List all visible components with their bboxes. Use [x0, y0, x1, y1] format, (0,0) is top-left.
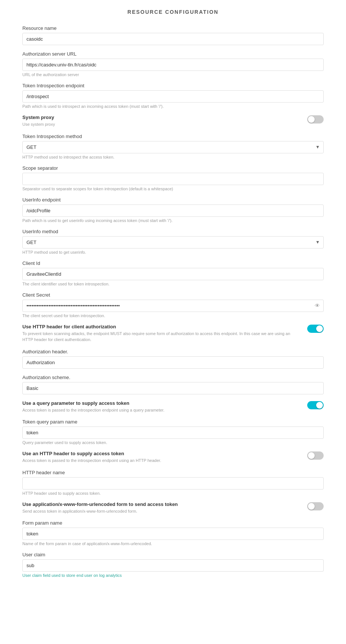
- token-query-param-label: Token query param name: [22, 419, 324, 425]
- form-param-name-group: Form param name Name of the form param i…: [22, 520, 324, 546]
- auth-scheme-input[interactable]: [22, 382, 324, 394]
- client-id-label: Client Id: [22, 260, 324, 266]
- use-http-header-supply-slider: [307, 451, 324, 460]
- eye-icon[interactable]: 👁: [315, 303, 320, 309]
- userinfo-endpoint-group: UserInfo endpoint Path which is used to …: [22, 197, 324, 223]
- userinfo-endpoint-label: UserInfo endpoint: [22, 197, 324, 203]
- client-secret-wrapper: 👁: [22, 300, 324, 312]
- use-query-param-slider: [307, 401, 324, 409]
- token-query-param-group: Token query param name Query parameter u…: [22, 419, 324, 445]
- use-form-urlencoded-slider: [307, 502, 324, 510]
- form-param-name-label: Form param name: [22, 520, 324, 526]
- user-claim-input[interactable]: [22, 559, 324, 572]
- http-header-name-input[interactable]: [22, 477, 324, 490]
- use-http-header-supply-content: Use an HTTP header to supply access toke…: [22, 451, 307, 464]
- use-query-param-label: Use a query parameter to supply access t…: [22, 400, 301, 406]
- user-claim-label: User claim: [22, 552, 324, 557]
- client-secret-input[interactable]: [22, 300, 324, 312]
- auth-header-input[interactable]: [22, 356, 324, 369]
- token-introspection-endpoint-group: Token Introspection endpoint Path which …: [22, 83, 324, 109]
- http-header-name-group: HTTP header name HTTP header used to sup…: [22, 470, 324, 495]
- userinfo-method-select[interactable]: GET POST PUT DELETE: [22, 236, 324, 248]
- use-query-param-description: Access token is passed to the introspect…: [22, 407, 301, 413]
- use-query-param-toggle[interactable]: [307, 401, 324, 409]
- system-proxy-label: System proxy: [22, 115, 301, 120]
- userinfo-endpoint-input[interactable]: [22, 204, 324, 217]
- userinfo-method-wrapper: GET POST PUT DELETE ▼: [22, 236, 324, 248]
- token-introspection-method-group: Token Introspection method GET POST PUT …: [22, 134, 324, 159]
- token-introspection-endpoint-hint: Path which is used to introspect an inco…: [22, 104, 324, 109]
- token-introspection-endpoint-label: Token Introspection endpoint: [22, 83, 324, 88]
- system-proxy-slider: [307, 115, 324, 124]
- token-introspection-endpoint-input[interactable]: [22, 90, 324, 103]
- system-proxy-description: Use system proxy: [22, 121, 301, 128]
- use-http-header-description: To prevent token scanning attacks, the e…: [22, 331, 301, 343]
- use-http-header-content: Use HTTP header for client authorization…: [22, 324, 307, 343]
- token-introspection-method-wrapper: GET POST PUT DELETE ▼: [22, 141, 324, 153]
- page-container: RESOURCE CONFIGURATION Resource name Aut…: [0, 0, 346, 644]
- use-query-param-content: Use a query parameter to supply access t…: [22, 400, 307, 413]
- auth-server-url-input[interactable]: [22, 59, 324, 71]
- token-introspection-method-select[interactable]: GET POST PUT DELETE: [22, 141, 324, 153]
- auth-header-label: Authorization header.: [22, 349, 324, 354]
- use-form-urlencoded-toggle[interactable]: [307, 502, 324, 510]
- userinfo-method-group: UserInfo method GET POST PUT DELETE ▼ HT…: [22, 229, 324, 254]
- scope-separator-hint: Separator used to separate scopes for to…: [22, 187, 324, 191]
- use-http-header-supply-toggle[interactable]: [307, 451, 324, 460]
- use-form-urlencoded-label: Use application/x-www-form-urlencoded fo…: [22, 501, 301, 507]
- auth-server-url-hint: URL of the authorization server: [22, 72, 324, 77]
- token-introspection-method-hint: HTTP method used to introspect the acces…: [22, 155, 324, 159]
- resource-name-input[interactable]: [22, 33, 324, 45]
- scope-separator-input[interactable]: [22, 173, 324, 185]
- user-claim-group: User claim User claim field used to stor…: [22, 552, 324, 578]
- use-http-header-supply-label: Use an HTTP header to supply access toke…: [22, 451, 301, 456]
- resource-name-group: Resource name: [22, 25, 324, 45]
- form-param-name-input[interactable]: [22, 528, 324, 540]
- use-form-urlencoded-content: Use application/x-www-form-urlencoded fo…: [22, 501, 307, 515]
- use-http-header-supply-group: Use an HTTP header to supply access toke…: [22, 451, 324, 464]
- token-introspection-method-label: Token Introspection method: [22, 134, 324, 139]
- use-form-urlencoded-group: Use application/x-www-form-urlencoded fo…: [22, 501, 324, 515]
- auth-server-url-group: Authorization server URL URL of the auth…: [22, 51, 324, 77]
- client-id-hint: The client identifier used for token int…: [22, 282, 324, 286]
- http-header-name-hint: HTTP header used to supply access token.: [22, 491, 324, 495]
- token-query-param-hint: Query parameter used to supply access to…: [22, 440, 324, 445]
- client-id-group: Client Id The client identifier used for…: [22, 260, 324, 286]
- use-form-urlencoded-description: Send access token in application/x-www-f…: [22, 508, 301, 515]
- client-secret-hint: The client secret used for token introsp…: [22, 313, 324, 318]
- auth-scheme-label: Authorization scheme.: [22, 375, 324, 380]
- auth-header-group: Authorization header.: [22, 349, 324, 369]
- auth-scheme-group: Authorization scheme.: [22, 375, 324, 394]
- userinfo-method-label: UserInfo method: [22, 229, 324, 234]
- resource-name-label: Resource name: [22, 25, 324, 31]
- use-query-param-group: Use a query parameter to supply access t…: [22, 400, 324, 413]
- http-header-name-label: HTTP header name: [22, 470, 324, 475]
- system-proxy-content: System proxy Use system proxy: [22, 115, 307, 128]
- client-secret-group: Client Secret 👁 The client secret used f…: [22, 292, 324, 318]
- token-query-param-input[interactable]: [22, 426, 324, 439]
- use-http-header-supply-description: Access token is passed to the introspect…: [22, 457, 301, 464]
- use-http-header-label: Use HTTP header for client authorization: [22, 324, 301, 329]
- userinfo-method-hint: HTTP method used to get userinfo.: [22, 250, 324, 254]
- page-title: RESOURCE CONFIGURATION: [22, 9, 324, 15]
- auth-server-url-label: Authorization server URL: [22, 51, 324, 57]
- scope-separator-group: Scope separator Separator used to separa…: [22, 165, 324, 191]
- system-proxy-toggle[interactable]: [307, 115, 324, 124]
- system-proxy-group: System proxy Use system proxy: [22, 115, 324, 128]
- userinfo-endpoint-hint: Path which is used to get userinfo using…: [22, 218, 324, 223]
- client-secret-label: Client Secret: [22, 292, 324, 298]
- user-claim-hint: User claim field used to store end user …: [22, 573, 324, 578]
- use-http-header-slider: [307, 325, 324, 333]
- use-http-header-group: Use HTTP header for client authorization…: [22, 324, 324, 343]
- client-id-input[interactable]: [22, 268, 324, 280]
- scope-separator-label: Scope separator: [22, 165, 324, 171]
- use-http-header-toggle[interactable]: [307, 325, 324, 333]
- form-param-name-hint: Name of the form param in case of applic…: [22, 541, 324, 546]
